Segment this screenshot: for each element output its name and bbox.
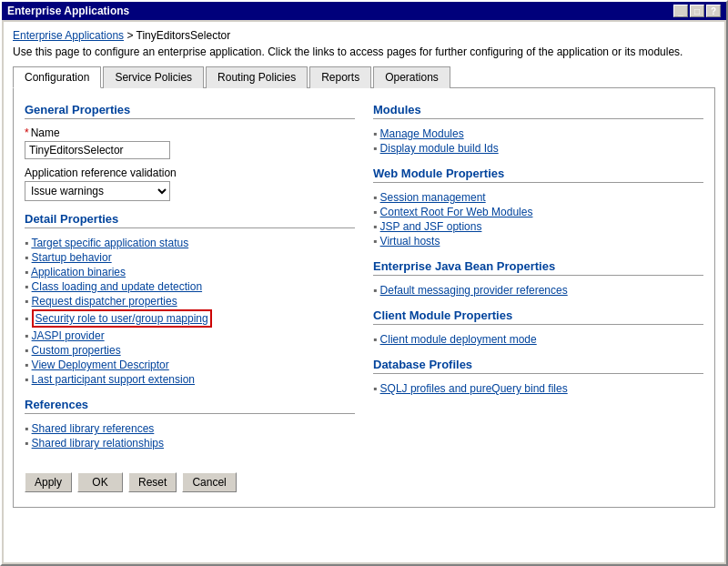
link-session-mgmt[interactable]: Session management	[380, 191, 486, 204]
list-item: Application binaries	[25, 265, 355, 279]
list-item: Virtual hosts	[373, 234, 703, 248]
window-controls: _ □ ?	[673, 5, 721, 17]
section-database-profiles: Database Profiles	[373, 358, 703, 374]
list-item: Request dispatcher properties	[25, 294, 355, 308]
modules-list: Manage Modules Display module build Ids	[373, 126, 703, 156]
app-ref-label: Application reference validation	[25, 167, 355, 179]
link-last-participant[interactable]: Last participant support extension	[32, 373, 195, 386]
link-security-role[interactable]: Security role to user/group mapping	[35, 312, 208, 325]
link-view-deployment[interactable]: View Deployment Descriptor	[32, 359, 169, 371]
minimize-button[interactable]: _	[673, 5, 688, 17]
breadcrumb-separator: >	[124, 29, 136, 42]
list-item: SQLJ profiles and pureQuery bind files	[373, 381, 703, 396]
link-display-module-build[interactable]: Display module build Ids	[380, 142, 499, 155]
application-window: Enterprise Applications _ □ ? Enterprise…	[0, 0, 728, 566]
window-title: Enterprise Applications	[7, 5, 129, 17]
list-item: View Deployment Descriptor	[25, 358, 355, 372]
reset-button[interactable]: Reset	[128, 472, 177, 492]
link-class-loading[interactable]: Class loading and update detection	[32, 280, 202, 293]
link-client-module-deploy[interactable]: Client module deployment mode	[380, 333, 537, 346]
link-target-status[interactable]: Target specific application status	[31, 237, 188, 249]
link-context-root[interactable]: Context Root For Web Modules	[380, 206, 533, 218]
app-ref-field-group: Application reference validation Issue w…	[25, 167, 355, 201]
link-shared-library-refs[interactable]: Shared library references	[32, 422, 155, 435]
section-references: References	[25, 398, 355, 414]
tab-bar: Configuration Service Policies Routing P…	[13, 66, 715, 88]
tab-reports[interactable]: Reports	[309, 66, 371, 88]
tab-service-policies[interactable]: Service Policies	[103, 66, 204, 88]
apply-button[interactable]: Apply	[25, 472, 72, 492]
list-item: Manage Modules	[373, 126, 703, 141]
maximize-button[interactable]: □	[690, 5, 704, 17]
list-item: Client module deployment mode	[373, 332, 703, 347]
name-field-group: *Name	[25, 126, 355, 159]
link-sqlj-profiles[interactable]: SQLJ profiles and pureQuery bind files	[380, 382, 568, 395]
list-item: JASPI provider	[25, 328, 355, 343]
list-item: Custom properties	[25, 343, 355, 358]
breadcrumb-link[interactable]: Enterprise Applications	[13, 29, 124, 42]
section-web-module: Web Module Properties	[373, 167, 703, 183]
left-column: General Properties *Name Application ref…	[25, 103, 355, 492]
name-label: *Name	[25, 126, 355, 139]
list-item: Target specific application status	[25, 236, 355, 250]
list-item: Class loading and update detection	[25, 279, 355, 294]
database-profiles-list: SQLJ profiles and pureQuery bind files	[373, 381, 703, 396]
required-star: *	[25, 126, 29, 139]
section-general-properties: General Properties	[25, 103, 355, 119]
title-bar: Enterprise Applications _ □ ?	[2, 2, 726, 20]
name-input[interactable]	[25, 141, 170, 159]
section-client-module: Client Module Properties	[373, 308, 703, 325]
client-module-list: Client module deployment mode	[373, 332, 703, 347]
link-manage-modules[interactable]: Manage Modules	[380, 127, 464, 140]
link-request-dispatcher[interactable]: Request dispatcher properties	[32, 295, 177, 308]
section-ejb: Enterprise Java Bean Properties	[373, 259, 703, 276]
list-item: Shared library relationships	[25, 436, 355, 450]
breadcrumb-current: TinyEditorsSelector	[136, 29, 231, 42]
web-module-list: Session management Context Root For Web …	[373, 190, 703, 248]
button-bar: Apply OK Reset Cancel	[25, 465, 355, 492]
link-jsp-jsf[interactable]: JSP and JSF options	[380, 220, 482, 233]
link-virtual-hosts[interactable]: Virtual hosts	[380, 235, 440, 248]
section-modules: Modules	[373, 103, 703, 119]
list-item: Default messaging provider references	[373, 283, 703, 298]
breadcrumb: Enterprise Applications > TinyEditorsSel…	[13, 29, 715, 42]
tab-configuration[interactable]: Configuration	[13, 66, 101, 88]
link-security-role-highlighted: Security role to user/group mapping	[32, 309, 212, 328]
list-item: Display module build Ids	[373, 141, 703, 156]
link-custom-properties[interactable]: Custom properties	[32, 344, 121, 357]
ok-button[interactable]: OK	[77, 472, 123, 492]
list-item: Shared library references	[25, 421, 355, 436]
tab-routing-policies[interactable]: Routing Policies	[206, 66, 308, 88]
detail-properties-list: Target specific application status Start…	[25, 236, 355, 387]
ejb-list: Default messaging provider references	[373, 283, 703, 298]
link-app-binaries[interactable]: Application binaries	[31, 266, 126, 278]
two-column-layout: General Properties *Name Application ref…	[25, 103, 703, 492]
content-area: Enterprise Applications > TinyEditorsSel…	[4, 22, 724, 562]
close-button[interactable]: ?	[706, 5, 721, 17]
app-ref-select[interactable]: Issue warnings Stop application Disable	[25, 181, 170, 201]
link-startup-behavior[interactable]: Startup behavior	[32, 251, 112, 264]
link-shared-library-rels[interactable]: Shared library relationships	[32, 437, 164, 450]
right-column: Modules Manage Modules Display module bu…	[373, 103, 703, 492]
page-description: Use this page to configure an enterprise…	[13, 45, 715, 58]
tab-operations[interactable]: Operations	[373, 66, 450, 88]
list-item: Startup behavior	[25, 250, 355, 265]
list-item: JSP and JSF options	[373, 219, 703, 234]
list-item: Context Root For Web Modules	[373, 205, 703, 219]
list-item: Session management	[373, 190, 703, 205]
section-detail-properties: Detail Properties	[25, 212, 355, 228]
link-default-messaging[interactable]: Default messaging provider references	[380, 284, 568, 297]
tab-content-configuration: General Properties *Name Application ref…	[13, 88, 715, 508]
list-item: Security role to user/group mapping	[25, 308, 355, 328]
list-item: Last participant support extension	[25, 372, 355, 387]
references-list: Shared library references Shared library…	[25, 421, 355, 450]
link-jaspi[interactable]: JASPI provider	[32, 329, 105, 342]
cancel-button[interactable]: Cancel	[182, 472, 236, 492]
